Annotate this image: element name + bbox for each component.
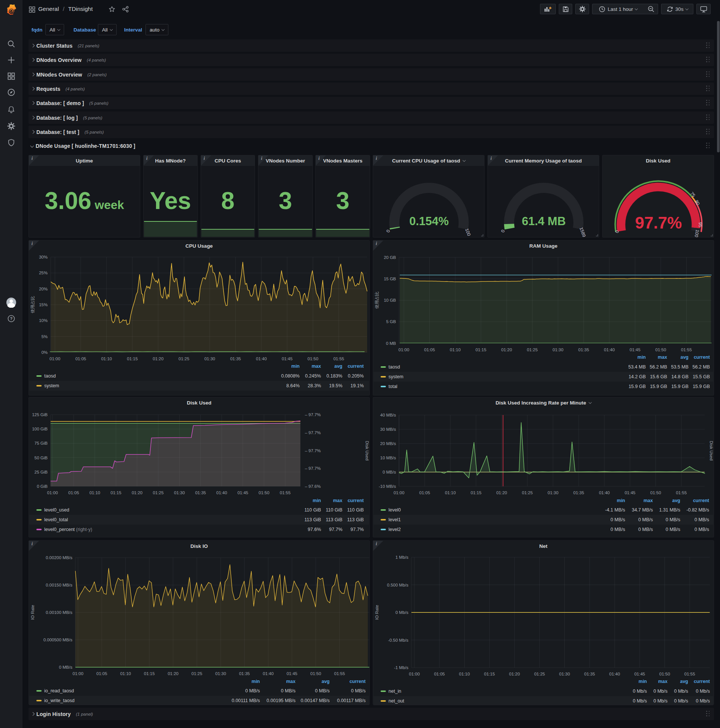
- svg-text:01:05: 01:05: [419, 491, 430, 495]
- svg-text:01:50: 01:50: [308, 356, 318, 361]
- svg-text:20 GB: 20 GB: [384, 255, 396, 260]
- svg-text:01:15: 01:15: [471, 491, 482, 495]
- svg-text:01:50: 01:50: [656, 347, 667, 352]
- svg-text:01:00: 01:00: [49, 356, 60, 361]
- svg-text:15%: 15%: [39, 303, 47, 307]
- svg-text:01:10: 01:10: [459, 672, 470, 676]
- svg-text:01:00: 01:00: [394, 491, 405, 495]
- svg-text:01:45: 01:45: [625, 491, 636, 495]
- svg-text:01:30: 01:30: [215, 671, 226, 676]
- svg-text:100: 100: [464, 228, 472, 237]
- svg-text:01:00: 01:00: [409, 672, 420, 676]
- svg-text:01:30: 01:30: [204, 356, 215, 361]
- svg-text:10 MB/s: 10 MB/s: [380, 456, 396, 460]
- svg-text:01:50: 01:50: [259, 491, 270, 495]
- svg-text:0.00200 MB/s: 0.00200 MB/s: [46, 555, 72, 560]
- svg-text:使用占比: 使用占比: [31, 296, 35, 314]
- svg-text:0.154%: 0.154%: [409, 215, 448, 228]
- svg-text:25 GiB: 25 GiB: [35, 470, 47, 474]
- svg-text:01:55: 01:55: [280, 491, 291, 495]
- svg-text:01:35: 01:35: [195, 491, 206, 495]
- svg-text:01:20: 01:20: [509, 672, 520, 676]
- svg-text:-1 Mb/s: -1 Mb/s: [394, 665, 409, 670]
- svg-text:01:15: 01:15: [476, 347, 487, 352]
- svg-text:0.500 Mb/s: 0.500 Mb/s: [387, 583, 408, 587]
- svg-text:01:55: 01:55: [676, 491, 687, 495]
- svg-text:30%: 30%: [39, 255, 47, 259]
- svg-text:01:35: 01:35: [578, 347, 589, 352]
- svg-text:40 MB/s: 40 MB/s: [380, 413, 396, 417]
- svg-text:Disk Used: Disk Used: [365, 441, 369, 460]
- svg-text:IO Rate: IO Rate: [31, 605, 35, 620]
- svg-text:01:25: 01:25: [527, 347, 538, 352]
- svg-text:125 GiB: 125 GiB: [32, 412, 47, 417]
- svg-text:1 Mb/s: 1 Mb/s: [395, 555, 408, 560]
- svg-text:01:20: 01:20: [153, 356, 163, 361]
- svg-text:?: ?: [10, 317, 12, 321]
- svg-text:01:10: 01:10: [120, 671, 131, 676]
- svg-text:01:25: 01:25: [192, 671, 203, 676]
- svg-text:01:45: 01:45: [282, 356, 293, 361]
- svg-text:30 MB/s: 30 MB/s: [380, 427, 396, 431]
- svg-text:01:55: 01:55: [333, 356, 344, 361]
- svg-text:100 GiB: 100 GiB: [32, 427, 47, 431]
- svg-text:01:25: 01:25: [153, 491, 164, 495]
- svg-text:1589: 1589: [579, 227, 587, 238]
- svg-text:01:50: 01:50: [659, 672, 670, 676]
- svg-text:01:55: 01:55: [681, 347, 692, 352]
- svg-text:01:05: 01:05: [424, 347, 435, 352]
- svg-text:01:25: 01:25: [178, 356, 189, 361]
- svg-text:01:35: 01:35: [574, 491, 584, 495]
- svg-text:01:40: 01:40: [217, 491, 227, 495]
- svg-text:0 GiB: 0 GiB: [37, 484, 47, 489]
- svg-text:01:30: 01:30: [174, 491, 185, 495]
- svg-text:20 MB/s: 20 MB/s: [380, 441, 396, 446]
- svg-text:01:20: 01:20: [132, 491, 142, 495]
- svg-text:25%: 25%: [39, 271, 47, 275]
- svg-text:01:20: 01:20: [168, 671, 178, 676]
- svg-text:– 97.7%: – 97.7%: [305, 466, 320, 471]
- svg-text:10%: 10%: [39, 318, 47, 323]
- svg-text:0.00100 MB/s: 0.00100 MB/s: [46, 610, 72, 615]
- svg-text:– 97.7%: – 97.7%: [305, 448, 320, 453]
- svg-text:01:55: 01:55: [334, 671, 345, 676]
- svg-text:0 MB/s: 0 MB/s: [383, 470, 396, 474]
- svg-text:01:20: 01:20: [496, 491, 507, 495]
- svg-text:01:40: 01:40: [599, 491, 610, 495]
- svg-text:01:00: 01:00: [73, 671, 84, 676]
- svg-text:01:45: 01:45: [630, 347, 641, 352]
- svg-text:01:10: 01:10: [89, 491, 100, 495]
- svg-text:-0.50 Mb/s: -0.50 Mb/s: [388, 638, 409, 642]
- svg-text:01:50: 01:50: [650, 491, 661, 495]
- svg-text:01:40: 01:40: [609, 672, 620, 676]
- svg-text:01:00: 01:00: [47, 491, 58, 495]
- svg-text:15 GB: 15 GB: [384, 277, 396, 281]
- svg-text:01:35: 01:35: [239, 671, 250, 676]
- svg-text:5 GB: 5 GB: [386, 319, 397, 324]
- svg-text:01:35: 01:35: [584, 672, 595, 676]
- svg-text:50 GiB: 50 GiB: [35, 456, 47, 460]
- svg-text:– 97.7%: – 97.7%: [305, 430, 320, 435]
- svg-text:01:40: 01:40: [604, 347, 615, 352]
- svg-text:97.7%: 97.7%: [635, 214, 682, 232]
- svg-text:01:05: 01:05: [68, 491, 79, 495]
- svg-text:01:05: 01:05: [96, 671, 107, 676]
- svg-text:95: 95: [697, 222, 703, 228]
- svg-text:0 MB/s: 0 MB/s: [59, 665, 72, 670]
- svg-text:0 MB: 0 MB: [386, 341, 396, 346]
- svg-text:61.4 MB: 61.4 MB: [522, 215, 566, 228]
- svg-text:01:30: 01:30: [559, 672, 570, 676]
- svg-text:01:15: 01:15: [144, 671, 155, 676]
- svg-text:0%: 0%: [41, 350, 47, 355]
- svg-text:01:45: 01:45: [287, 671, 297, 676]
- svg-text:20%: 20%: [39, 287, 47, 291]
- svg-text:– 97.7%: – 97.7%: [305, 412, 320, 417]
- svg-text:01:05: 01:05: [434, 672, 445, 676]
- svg-text:0: 0: [500, 229, 506, 233]
- svg-text:0.00150 MB/s: 0.00150 MB/s: [46, 583, 72, 587]
- svg-text:5%: 5%: [41, 334, 47, 339]
- svg-text:01:00: 01:00: [399, 347, 409, 352]
- svg-text:-10 MB/s: -10 MB/s: [379, 484, 396, 489]
- svg-text:01:20: 01:20: [501, 347, 512, 352]
- svg-text:75 GiB: 75 GiB: [35, 441, 47, 445]
